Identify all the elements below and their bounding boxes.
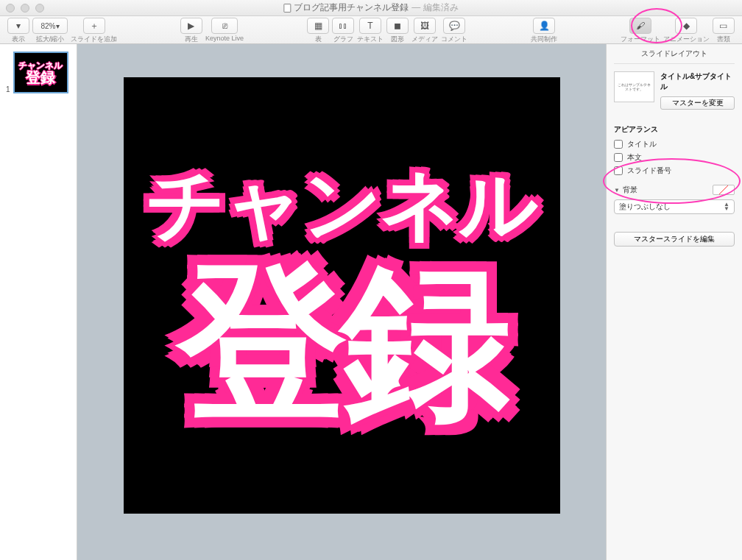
play-button[interactable]: ▶ [180,18,202,34]
animation-label: アニメーション [663,35,710,44]
title-checkbox[interactable] [614,140,623,149]
keynote-live-button[interactable]: ⎚ [211,18,238,34]
slide-text-line2[interactable]: 登録 [178,258,505,428]
titlebar: ブログ記事用チャンネル登録 — 編集済み [0,0,742,16]
view-menu-button[interactable]: ▾ [7,18,29,34]
slide-navigator[interactable]: 1 チャンネル 登録 [0,44,77,560]
slidenum-checkbox-row[interactable]: スライド番号 [614,166,735,176]
thumb-line2: 登録 [26,70,55,85]
add-slide-button[interactable]: ＋ [83,18,105,34]
slide-text-line1[interactable]: チャンネル [146,163,537,245]
comment-label: コメント [441,35,467,44]
play-label: 再生 [185,35,198,44]
window-title-text: ブログ記事用チャンネル登録 [294,1,409,14]
table-button[interactable]: ▦ [307,18,329,34]
shape-label: 図形 [391,35,404,44]
background-label: 背景 [623,185,637,195]
body-checkbox-label: 本文 [627,152,642,163]
close-window-icon[interactable] [6,4,15,13]
format-button[interactable]: 🖌 [629,18,651,34]
slide-canvas[interactable]: チャンネル 登録 [124,77,560,514]
shape-button[interactable]: ◼ [386,18,409,34]
fill-type-select[interactable]: 塗りつぶしなし ▲▼ [614,199,735,214]
disclosure-triangle-icon[interactable]: ▼ [614,187,620,194]
canvas-area[interactable]: チャンネル 登録 [77,44,606,560]
chart-button[interactable]: ⫾⫾ [332,18,354,34]
master-thumb-text: これはサンプルテキストです。 [616,82,652,91]
fullscreen-window-icon[interactable] [35,4,44,13]
background-color-swatch[interactable] [713,185,735,195]
toolbar: ▾ 表示 82% ▾ 拡大/縮小 ＋ スライドを追加 ▶ 再生 ⎚ Keynot… [0,16,742,44]
master-thumbnail[interactable]: これはサンプルテキストです。 [614,71,654,102]
collab-button[interactable]: 👤 [533,18,555,34]
media-button[interactable]: 🖼 [414,18,436,34]
window-controls [6,4,44,13]
slidenum-checkbox-label: スライド番号 [627,166,671,176]
layout-preview-row: これはサンプルテキストです。 タイトル&サブタイトル マスターを変更 [614,64,735,117]
title-checkbox-label: タイトル [627,139,657,149]
animation-button[interactable]: ◆ [675,18,697,34]
view-label: 表示 [12,35,25,44]
slidenum-checkbox[interactable] [614,166,623,175]
main-area: 1 チャンネル 登録 チャンネル 登録 スライドレイアウト これはサンプルテキス… [0,44,742,560]
text-button[interactable]: T [359,18,381,34]
body-checkbox-row[interactable]: 本文 [614,152,735,163]
body-checkbox[interactable] [614,153,623,162]
thumb-line1: チャンネル [18,61,63,70]
slide-number: 1 [6,85,10,93]
title-checkbox-row[interactable]: タイトル [614,139,735,149]
table-label: 表 [315,35,322,44]
media-label: メディア [411,35,438,44]
layout-title: タイトル&サブタイトル [660,71,735,92]
stepper-arrows-icon: ▲▼ [724,202,729,210]
collab-label: 共同制作 [531,35,557,44]
document-button[interactable]: ▭ [713,18,735,34]
edit-master-slide-button[interactable]: マスタースライドを編集 [614,232,735,247]
add-slide-label: スライドを追加 [71,35,117,44]
document-icon [283,4,291,13]
zoom-select[interactable]: 82% ▾ [32,18,68,34]
background-disclosure-row[interactable]: ▼ 背景 [614,185,735,195]
comment-button[interactable]: 💬 [443,18,465,34]
change-master-button[interactable]: マスターを変更 [660,96,735,110]
edited-indicator: — 編集済み [411,1,458,14]
window-title: ブログ記事用チャンネル登録 — 編集済み [283,1,458,14]
slide-thumb-row[interactable]: 1 チャンネル 登録 [6,52,71,93]
slide-thumbnail-1[interactable]: チャンネル 登録 [13,52,68,93]
minimize-window-icon[interactable] [21,4,29,13]
document-label: 書類 [717,35,730,44]
fill-type-value: 塗りつぶしなし [619,202,671,212]
keynote-live-label: Keynote Live [205,35,244,42]
format-label: フォーマット [621,35,660,44]
zoom-label: 拡大/縮小 [36,35,65,44]
format-inspector: スライドレイアウト これはサンプルテキストです。 タイトル&サブタイトル マスタ… [606,44,742,560]
inspector-header: スライドレイアウト [614,49,735,64]
chart-label: グラフ [333,35,353,44]
text-label: テキスト [357,35,384,44]
appearance-section-label: アピアランス [614,124,735,135]
